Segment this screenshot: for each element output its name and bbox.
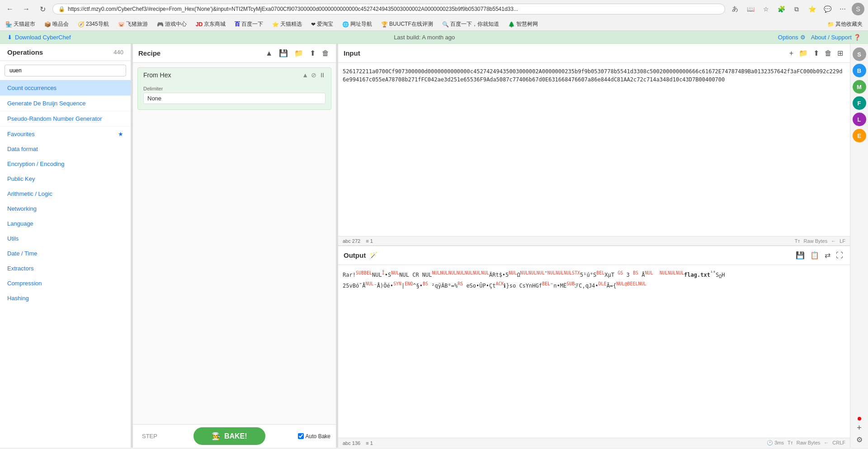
input-content[interactable]: 526172211a0700Cf907300000d0000000000000c… <box>338 63 850 236</box>
recipe-step-disable-button[interactable]: ⊘ <box>311 71 316 79</box>
auto-bake-checkbox[interactable] <box>298 433 304 439</box>
gear-icon: ⚙ <box>800 34 806 41</box>
extensions-button[interactable]: 🧩 <box>775 3 788 15</box>
output-line-ending: CRLF <box>832 440 845 446</box>
bookmark-jd[interactable]: JD京东商城 <box>194 19 227 29</box>
bookmark-vip[interactable]: 📦唯品会 <box>42 19 71 29</box>
sidebar-section-compression[interactable]: Compression <box>0 276 131 291</box>
profile-button[interactable]: S <box>852 3 864 15</box>
input-upload-button[interactable]: ⬆ <box>812 47 821 59</box>
bookmark-feizhu[interactable]: 🐷飞猪旅游 <box>116 19 150 29</box>
sidebar-section-data-format[interactable]: Data format <box>0 142 131 156</box>
output-save-button[interactable]: 💾 <box>794 250 806 261</box>
bookmark-taobao[interactable]: ❤爱淘宝 <box>309 19 335 29</box>
address-bar[interactable]: 🔒 https://ctf.mzy0.com/CyberChef3/#recip… <box>52 4 725 14</box>
input-line-count: 1 <box>370 238 373 244</box>
io-area: Input + 📁 ⬆ 🗑 ⊞ 526172211a0700Cf90730000… <box>338 44 850 448</box>
input-char-label: abc 272 <box>343 238 360 244</box>
recipe-header: Recipe ▲ 💾 📁 ⬆ 🗑 <box>133 44 336 63</box>
add-tab-button[interactable]: + <box>857 423 862 433</box>
avatar-s[interactable]: S <box>853 47 866 61</box>
wechat-button[interactable]: 💬 <box>821 3 834 15</box>
more-button[interactable]: ⋯ <box>836 3 849 15</box>
sidebar-item-de-bruijn[interactable]: Generate De Bruijn Sequence <box>0 96 131 111</box>
sidebar-section-public-key[interactable]: Public Key <box>0 171 131 186</box>
recipe-upload-button[interactable]: ⬆ <box>308 47 317 59</box>
sidebar-item-count-occurrences[interactable]: Count occurrences <box>0 80 131 96</box>
input-format: Tт <box>795 238 800 244</box>
download-cyberchef-link[interactable]: ⬇ Download CyberChef <box>7 34 71 41</box>
search-box <box>0 61 131 80</box>
input-raw-bytes: Raw Bytes <box>804 238 828 244</box>
delimiter-label: Delimiter <box>143 86 326 91</box>
recipe-step-collapse-button[interactable]: ▲ <box>302 71 308 79</box>
output-replace-button[interactable]: ⇄ <box>823 250 832 261</box>
bookmark-zhihushu[interactable]: 🌲智慧树网 <box>506 19 540 29</box>
output-format-icon: Tт <box>788 440 793 446</box>
input-grid-button[interactable]: ⊞ <box>836 47 844 59</box>
avatar-f[interactable]: F <box>853 96 866 110</box>
favorites-button[interactable]: ☆ <box>760 3 772 15</box>
output-expand-button[interactable]: ⛶ <box>835 250 844 261</box>
sidebar-header: Operations 440 <box>0 44 131 61</box>
step-button[interactable]: STEP <box>138 431 161 441</box>
recipe-save-button[interactable]: 💾 <box>278 47 289 59</box>
bookmark-buuctf[interactable]: 🏆BUUCTF在线评测 <box>379 19 435 29</box>
output-title: Output <box>344 251 366 259</box>
sidebar-section-extractors[interactable]: Extractors <box>0 261 131 276</box>
output-header: Output 🪄 💾 📋 ⇄ ⛶ <box>338 246 850 265</box>
avatar-e[interactable]: E <box>853 129 866 142</box>
sidebar-section-arithmetic[interactable]: Arithmetic / Logic <box>0 186 131 201</box>
bottom-bar: STEP 👨‍🍳 BAKE! Auto Bake <box>133 424 336 448</box>
sidebar-section-hashing[interactable]: Hashing <box>0 291 131 306</box>
download-label: Download CyberChef <box>15 34 71 41</box>
bookmark-2345[interactable]: 🧭2345导航 <box>76 19 111 29</box>
bookmark-baidu[interactable]: 百百度一下 <box>233 19 265 29</box>
auto-bake-label: Auto Bake <box>306 433 330 440</box>
bake-label: BAKE! <box>224 432 247 440</box>
recipe-step-pause-button[interactable]: ⏸ <box>319 71 326 79</box>
input-add-button[interactable]: + <box>788 47 795 59</box>
bookmark-tianmao2[interactable]: ⭐天猫精选 <box>270 19 304 29</box>
options-link[interactable]: Options ⚙ <box>778 34 806 41</box>
sidebar-item-prng[interactable]: Pseudo-Random Number Generator <box>0 111 131 127</box>
avatar-m[interactable]: M <box>853 80 866 94</box>
back-button[interactable]: ← <box>4 3 16 15</box>
split-button[interactable]: ⧉ <box>790 3 803 15</box>
avatar-l[interactable]: L <box>853 113 866 126</box>
bookmark-nav[interactable]: 🌐网址导航 <box>340 19 374 29</box>
sidebar-section-datetime[interactable]: Date / Time <box>0 246 131 261</box>
output-line-label: ≡ 1 <box>366 440 373 446</box>
collections-button[interactable]: ⭐ <box>806 3 818 15</box>
recipe-step-body: Delimiter None <box>138 82 331 109</box>
forward-button[interactable]: → <box>20 3 33 15</box>
recipe-clear-button[interactable]: 🗑 <box>321 47 330 59</box>
refresh-button[interactable]: ↻ <box>36 3 49 15</box>
search-input[interactable] <box>5 65 126 76</box>
recipe-collapse-button[interactable]: ▲ <box>264 47 274 59</box>
about-link[interactable]: About / Support ❓ <box>811 34 861 41</box>
nav-actions: あ 📖 ☆ 🧩 ⧉ ⭐ 💬 ⋯ S <box>729 3 864 15</box>
sidebar-section-networking[interactable]: Networking <box>0 201 131 216</box>
settings-icon[interactable]: ⚙ <box>856 435 863 444</box>
output-copy-button[interactable]: 📋 <box>809 250 821 261</box>
options-label: Options <box>778 34 798 41</box>
read-mode-button[interactable]: 📖 <box>744 3 757 15</box>
sidebar-section-language[interactable]: Language <box>0 216 131 231</box>
sidebar-section-utils[interactable]: Utils <box>0 231 131 246</box>
input-folder-button[interactable]: 📁 <box>797 47 809 59</box>
input-footer-right: Tт Raw Bytes ← LF <box>795 238 845 244</box>
translate-button[interactable]: あ <box>729 3 741 15</box>
output-actions: 💾 📋 ⇄ ⛶ <box>794 250 844 261</box>
sidebar-section-encryption[interactable]: Encryption / Encoding <box>0 156 131 171</box>
bake-button[interactable]: 👨‍🍳 BAKE! <box>193 427 265 445</box>
bookmark-tianmao[interactable]: 🏪天猫超市 <box>4 19 37 29</box>
bookmark-baidu2[interactable]: 🔍百度一下，你就知道 <box>440 19 501 29</box>
sidebar-section-favourites[interactable]: Favourites ★ <box>0 127 131 142</box>
bookmark-games[interactable]: 🎮游戏中心 <box>155 19 189 29</box>
recipe-folder-button[interactable]: 📁 <box>293 47 305 59</box>
avatar-b[interactable]: B <box>853 64 866 77</box>
input-clear-button[interactable]: 🗑 <box>823 47 833 59</box>
delimiter-value[interactable]: None <box>143 93 326 104</box>
bookmark-more[interactable]: 📁其他收藏夹 <box>826 19 864 29</box>
